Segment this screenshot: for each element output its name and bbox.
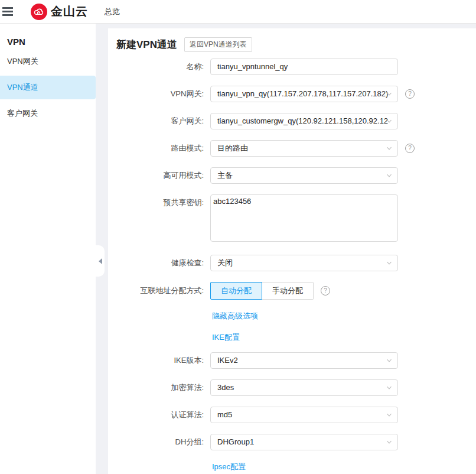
hide-advanced-options-link[interactable]: 隐藏高级选项	[212, 311, 258, 320]
health-check-label: 健康检查:	[108, 255, 204, 271]
ike-version-label: IKE版本:	[108, 352, 204, 369]
customer-gateway-label: 客户网关:	[108, 113, 204, 129]
form-row-ha-mode: 高可用模式: 主备	[108, 167, 476, 184]
form-row-route-mode: 路由模式: 目的路由 ?	[108, 140, 476, 157]
route-mode-help-icon[interactable]: ?	[405, 144, 415, 153]
addr-alloc-label: 互联地址分配方式:	[108, 282, 204, 300]
main-content: 新建VPN通道 返回VPN通道列表 名称: tianyu_vpntunnel_q…	[108, 28, 476, 474]
page-title: 新建VPN通道	[116, 38, 177, 51]
cloud-logo-icon	[31, 4, 47, 20]
ike-version-select[interactable]: IKEv2	[210, 352, 398, 369]
sidebar-item-vpn-gateway[interactable]: VPN网关	[0, 50, 96, 73]
ike-auth-select[interactable]: md5	[210, 407, 398, 423]
addr-alloc-segmented-control: 自动分配 手动分配	[210, 282, 314, 300]
customer-gateway-select[interactable]: tianyu_customergw_qy(120.92.121.158,120.…	[210, 113, 398, 129]
ike-auth-label: 认证算法:	[108, 407, 204, 423]
hamburger-menu-icon[interactable]	[0, 0, 20, 24]
form-row-health-check: 健康检查: 关闭	[108, 255, 476, 271]
pre-shared-key-label: 预共享密钥:	[108, 194, 204, 244]
name-input[interactable]: tianyu_vpntunnel_qy	[210, 59, 398, 75]
form-row-vpn-gateway: VPN网关: tianyu_vpn_qy(117.157.207.178,117…	[108, 86, 476, 102]
brand-logo[interactable]: 金山云	[31, 4, 88, 20]
sidebar-item-vpn-tunnel[interactable]: VPN通道	[0, 76, 96, 99]
dh-group-label: DH分组:	[108, 434, 204, 450]
vpn-gateway-select[interactable]: tianyu_vpn_qy(117.157.207.178,117.157.20…	[210, 86, 398, 102]
form-row-name: 名称: tianyu_vpntunnel_qy	[108, 59, 476, 75]
vpn-gateway-label: VPN网关:	[108, 86, 204, 102]
ike-config-section-title: IKE配置	[212, 333, 240, 342]
ha-mode-label: 高可用模式:	[108, 167, 204, 184]
form-row-addr-alloc: 互联地址分配方式: 自动分配 手动分配 ?	[108, 282, 476, 300]
addr-alloc-manual-button[interactable]: 手动分配	[262, 282, 314, 300]
health-check-select[interactable]: 关闭	[210, 255, 398, 271]
name-label: 名称:	[108, 59, 204, 75]
sidebar: VPN VPN网关 VPN通道 客户网关	[0, 24, 96, 474]
vpn-gateway-help-icon[interactable]: ?	[405, 89, 415, 99]
dh-group-select[interactable]: DHGroup1	[210, 434, 398, 450]
sidebar-item-customer-gateway[interactable]: 客户网关	[0, 102, 96, 125]
nav-overview-link[interactable]: 总览	[105, 7, 120, 17]
vpn-tunnel-form: 名称: tianyu_vpntunnel_qy VPN网关: tianyu_vp…	[108, 59, 476, 474]
form-row-ike-version: IKE版本: IKEv2	[108, 352, 476, 369]
top-header: 金山云 总览	[0, 0, 476, 24]
collapse-arrow-icon	[99, 258, 102, 264]
sidebar-collapse-handle[interactable]	[96, 245, 105, 277]
form-row-pre-shared-key: 预共享密钥:	[108, 194, 476, 244]
form-row-customer-gateway: 客户网关: tianyu_customergw_qy(120.92.121.15…	[108, 113, 476, 129]
ike-encryption-select[interactable]: 3des	[210, 379, 398, 396]
back-to-list-button[interactable]: 返回VPN通道列表	[184, 37, 252, 52]
route-mode-label: 路由模式:	[108, 140, 204, 157]
ha-mode-select[interactable]: 主备	[210, 167, 398, 184]
sidebar-title: VPN	[0, 24, 96, 47]
addr-alloc-help-icon[interactable]: ?	[321, 286, 330, 296]
ipsec-config-section-title: Ipsec配置	[212, 462, 246, 471]
brand-name: 金山云	[51, 4, 88, 20]
form-row-ike-auth: 认证算法: md5	[108, 407, 476, 423]
addr-alloc-auto-button[interactable]: 自动分配	[210, 282, 262, 300]
pre-shared-key-textarea[interactable]	[210, 194, 398, 242]
form-row-dh-group: DH分组: DHGroup1	[108, 434, 476, 450]
route-mode-select[interactable]: 目的路由	[210, 140, 398, 157]
form-row-ike-encryption: 加密算法: 3des	[108, 379, 476, 396]
ike-encryption-label: 加密算法:	[108, 379, 204, 396]
